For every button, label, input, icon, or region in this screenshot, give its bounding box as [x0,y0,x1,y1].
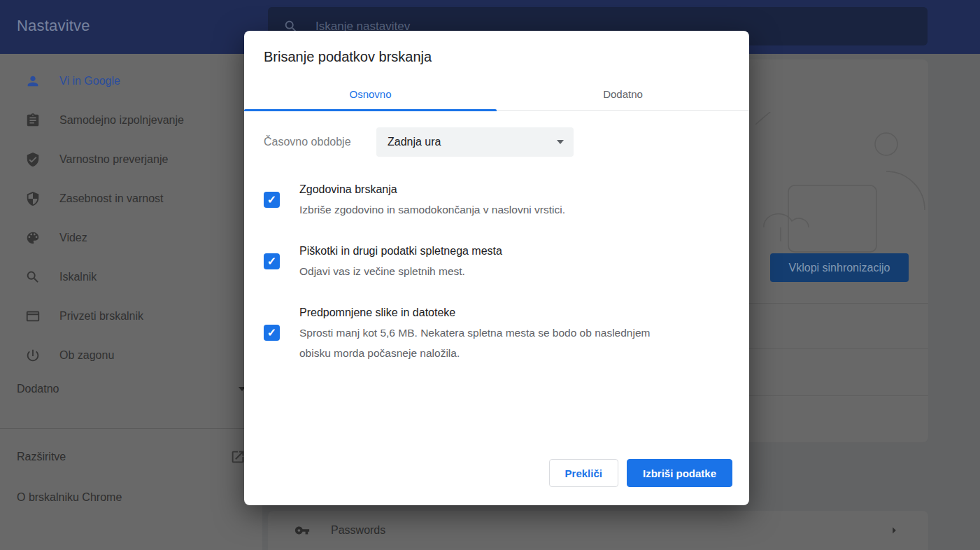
cookies-item: Piškotki in drugi podatki spletnega mest… [264,241,730,281]
power-icon [25,348,41,363]
clear-data-button[interactable]: Izbriši podatke [627,459,732,487]
sidebar-item-safety-check[interactable]: Varnostno preverjanje [0,140,262,179]
autofill-icon [25,113,41,128]
open-in-new-icon [230,449,246,465]
sidebar-item-appearance[interactable]: Videz [0,218,262,258]
browsing-history-item: Zgodovina brskanja Izbriše zgodovino in … [264,179,730,220]
sidebar-item-label: Varnostno preverjanje [59,153,168,166]
sidebar-advanced-toggle[interactable]: Dodatno [0,377,262,401]
time-range-row: Časovno obdobje Zadnja ura [264,127,730,157]
sidebar-item-default-browser[interactable]: Privzeti brskalnik [0,297,262,336]
sidebar-item-on-startup[interactable]: Ob zagonu [0,336,262,375]
sidebar-item-label: Vi in Google [59,75,120,87]
item-description: Sprosti manj kot 5,6 MB. Nekatera spletn… [299,323,656,363]
sidebar-item-search-engine[interactable]: Iskalnik [0,258,262,297]
sidebar-divider [0,428,262,429]
turn-on-sync-button[interactable]: Vklopi sinhronizacijo [770,253,909,282]
sidebar-item-label: Iskalnik [59,271,97,283]
advanced-label: Dodatno [17,383,59,395]
tab-advanced[interactable]: Dodatno [497,77,749,111]
search-engine-icon [25,269,41,285]
item-description: Odjavi vas iz večine spletnih mest. [299,261,502,281]
cached-images-checkbox[interactable] [264,325,280,341]
sidebar-item-label: Videz [59,232,87,244]
chevron-down-icon [557,140,564,144]
extensions-label: Razširitve [17,451,66,463]
sidebar-item-label: Ob zagonu [59,349,114,362]
dialog-body: Časovno obdobje Zadnja ura Zgodovina brs… [244,111,749,363]
sidebar-item-autofill[interactable]: Samodejno izpolnjevanje [0,101,262,140]
sidebar-item-vi-in-google[interactable]: Vi in Google [0,62,262,101]
time-range-select[interactable]: Zadnja ura [376,127,574,157]
page-title: Nastavitve [17,17,90,35]
chevron-right-icon [886,523,902,538]
person-icon [25,73,41,89]
sidebar-item-extensions[interactable]: Razširitve [0,444,262,470]
key-icon [294,523,310,538]
time-range-value: Zadnja ura [388,136,441,148]
palette-icon [25,230,41,246]
sidebar-item-label: Privzeti brskalnik [59,310,143,323]
safety-check-icon [25,152,41,167]
item-label: Piškotki in drugi podatki spletnega mest… [299,241,502,261]
cancel-button[interactable]: Prekliči [549,459,618,487]
browser-icon [25,309,41,324]
item-description: Izbriše zgodovino in samodokončanja v na… [299,199,565,220]
sidebar-menu: Vi in Google Samodejno izpolnjevanje Var… [0,62,262,375]
cached-images-item: Predpomnjene slike in datoteke Sprosti m… [264,302,730,363]
item-label: Zgodovina brskanja [299,179,565,199]
chrome-settings-page: Nastavitve Vi in Google Samodejno izpoln… [0,0,980,550]
passwords-row[interactable]: Passwords [268,511,928,550]
dialog-tabs: Osnovno Dodatno [244,77,749,111]
dialog-title: Brisanje podatkov brskanja [264,49,432,65]
privacy-shield-icon [25,191,41,206]
clear-browsing-data-dialog: Brisanje podatkov brskanja Osnovno Dodat… [244,31,749,505]
dialog-footer: Prekliči Izbriši podatke [549,459,732,487]
sidebar-item-label: Samodejno izpolnjevanje [59,114,184,127]
item-label: Predpomnjene slike in datoteke [299,302,656,323]
tab-basic[interactable]: Osnovno [244,77,497,111]
browsing-history-checkbox[interactable] [264,192,280,208]
sidebar-item-about-chrome[interactable]: O brskalniku Chrome [0,485,262,510]
sidebar-item-label: Zasebnost in varnost [59,192,164,205]
cookies-checkbox[interactable] [264,253,280,269]
passwords-label: Passwords [331,524,385,537]
sidebar-item-privacy[interactable]: Zasebnost in varnost [0,179,262,218]
about-label: O brskalniku Chrome [17,491,122,504]
time-range-label: Časovno obdobje [264,136,376,148]
sidebar: Vi in Google Samodejno izpolnjevanje Var… [0,54,262,550]
